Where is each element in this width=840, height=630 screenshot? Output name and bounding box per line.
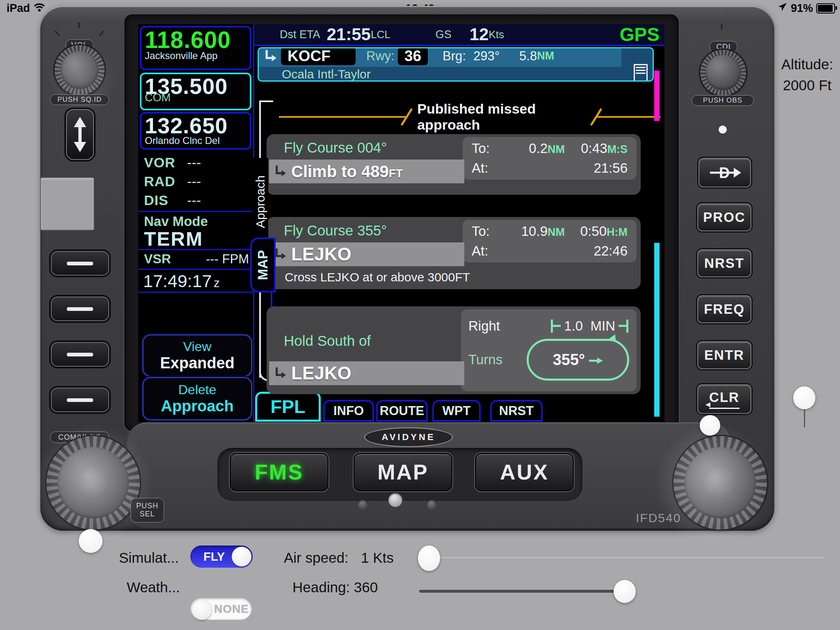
altitude-value: 2000 Ft (775, 75, 839, 96)
entr-button[interactable]: ENTR (697, 341, 751, 369)
left-softkey-3[interactable] (51, 342, 109, 367)
airport-name: Ocala Intl-Taylor (259, 67, 653, 82)
rwy-value: 36 (398, 47, 428, 65)
active-freq-value: 118.600 (145, 28, 247, 52)
leg-waypoint-bar[interactable]: LEJKO (269, 242, 464, 266)
leg-row-climb[interactable]: Fly Course 004° To: 0.2NM 0:43M:S At: 21… (267, 134, 641, 195)
airspeed-value: 1 Kts (361, 550, 394, 566)
leg-course: Fly Course 004° (284, 139, 387, 156)
time-bracket-icon (550, 319, 561, 333)
cdi-knob[interactable] (700, 50, 746, 96)
airspeed-slider-track[interactable] (440, 557, 825, 558)
direct-to-button[interactable]: D (698, 158, 751, 187)
bezel-dot (388, 493, 402, 507)
dist-unit: NM (537, 50, 554, 62)
leg-to-at-box: To: 0.2NM 0:43M:S At: 21:56 (463, 137, 637, 180)
left-softkey-4[interactable] (51, 388, 109, 412)
leg-arrow-icon (274, 367, 286, 380)
time-bracket-icon (619, 319, 629, 333)
simulation-toggle[interactable]: FLY (190, 546, 253, 568)
push-obs-label: PUSH OBS (692, 95, 754, 106)
toggle-knob (192, 600, 212, 620)
destination-waypoint-row[interactable]: KOCF Rwy: 36 Brg: 293° 5.8 NM Ocala Intl… (258, 47, 654, 82)
utc-clock: 17:49:17 z (143, 271, 220, 291)
leg-course: Fly Course 355° (284, 222, 387, 239)
leg-waypoint-bar[interactable]: Climb to 489FT (269, 160, 464, 183)
freq-button[interactable]: FREQ (697, 295, 751, 323)
flip-flop-rocker-button[interactable] (66, 109, 94, 160)
knob-drag-handle[interactable] (79, 529, 103, 553)
leg-row-lejko[interactable]: Fly Course 355° To: 10.9NM 0:50H:M At: 2… (267, 217, 641, 289)
annunciator-dot (719, 126, 727, 134)
battery-percent: 91% (791, 2, 813, 15)
divider-text: Published missed approach (417, 101, 585, 133)
svg-text:D: D (719, 164, 730, 181)
nav-mode-label: Nav Mode (144, 214, 208, 229)
knob-tick (55, 31, 59, 36)
up-down-arrow-icon (73, 116, 87, 153)
leg-waypoint-bar[interactable]: LEJKO (269, 361, 464, 385)
leg-constraint-note: Cross LEJKO at or above 3000FT (285, 270, 470, 284)
brg-label: Brg: (443, 49, 466, 64)
chart-page-icon[interactable] (634, 64, 648, 82)
dis-row: DIS--- (144, 192, 251, 208)
divider (138, 292, 253, 293)
divider (138, 269, 253, 270)
fpl-content: KOCF Rwy: 36 Brg: 293° 5.8 NM Ocala Intl… (254, 24, 664, 422)
knob-touch-glow (45, 41, 119, 115)
leg-to-at-box: To: 10.9NM 0:50H:M At: 22:46 (463, 220, 637, 262)
rwy-label: Rwy: (366, 49, 395, 64)
location-arrow-icon (778, 2, 788, 15)
clr-button[interactable]: CLR (697, 384, 751, 414)
avidyne-logo: AVIDYNE (364, 427, 453, 447)
view-expanded-button[interactable]: View Expanded (142, 334, 252, 377)
altitude-slider-handle[interactable] (793, 386, 815, 409)
proc-button[interactable]: PROC (697, 203, 751, 231)
com-standby2-frequency[interactable]: 132.650 Orlando Clnc Del (140, 112, 251, 150)
approach-bracket-label: Approach (253, 158, 268, 246)
com-active-frequency[interactable]: 118.600 Jacksonville App (140, 26, 251, 70)
direct-to-icon: D (708, 164, 742, 182)
tab-nrst[interactable]: NRST (490, 400, 543, 422)
active-freq-name: Jacksonville App (145, 50, 247, 62)
tab-fpl[interactable]: FPL (255, 392, 321, 422)
scroll-indicator-top[interactable] (654, 71, 660, 121)
delete-approach-button[interactable]: Delete Approach (142, 377, 252, 420)
tab-wpt[interactable]: WPT (432, 400, 481, 422)
heading-slider-handle[interactable] (614, 580, 636, 603)
heading-label: Heading: 360 (292, 579, 378, 596)
fms-page-button[interactable]: FMS (230, 453, 329, 491)
knob-tick (721, 24, 722, 30)
airspeed-slider-handle[interactable] (418, 546, 440, 571)
map-page-button[interactable]: MAP (354, 453, 452, 491)
knob-tick (99, 31, 104, 36)
com-standby-frequency[interactable]: 135.500 COM (140, 73, 251, 110)
knob-touch-glow (649, 419, 778, 549)
knob-drag-handle[interactable] (700, 415, 720, 436)
aux-page-button[interactable]: AUX (475, 453, 574, 491)
dist-value: 5.8 (519, 49, 537, 64)
heading-slider-track[interactable] (419, 590, 621, 593)
altitude-readout: Altitude: 2000 Ft (775, 54, 839, 96)
scroll-indicator[interactable] (654, 243, 660, 417)
toggle-knob (232, 547, 251, 566)
bezel-dot (427, 500, 437, 510)
airspeed-label: Air speed: (284, 550, 349, 566)
nrst-button[interactable]: NRST (697, 249, 751, 277)
left-softkey-2[interactable] (51, 297, 109, 321)
simulation-label: Simulat... (119, 550, 179, 566)
map-side-tab[interactable]: MAP (250, 237, 276, 292)
approach-bracket (259, 100, 273, 102)
divider (138, 249, 253, 250)
tab-info[interactable]: INFO (323, 400, 374, 422)
leg-row-hold[interactable]: Hold South of Right 1.0 MIN Turns (267, 306, 641, 394)
hold-racetrack: 355° (527, 339, 629, 381)
left-softkey-1[interactable] (51, 251, 109, 276)
data-card-slot (40, 177, 94, 231)
tab-route[interactable]: ROUTE (376, 400, 428, 422)
standby2-freq-name: Orlando Clnc Del (145, 135, 247, 146)
ipad-screen: iPad 12:49 91% Altitude: 2000 Ft VOL PUS… (0, 0, 840, 630)
battery-icon (816, 3, 835, 14)
weather-toggle[interactable]: NONE (190, 598, 252, 620)
vor-row: VOR--- (144, 155, 251, 171)
